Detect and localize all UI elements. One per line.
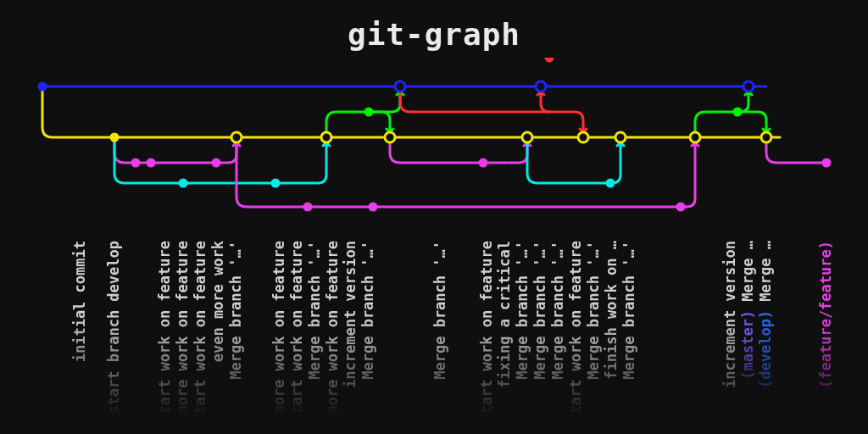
svg-point-8 — [131, 159, 141, 168]
svg-point-18 — [385, 132, 395, 142]
svg-point-17 — [369, 203, 378, 212]
svg-point-10 — [179, 179, 188, 188]
svg-point-30 — [743, 81, 754, 92]
svg-point-13 — [271, 179, 281, 188]
svg-point-24 — [578, 132, 588, 142]
svg-point-32 — [822, 159, 832, 168]
svg-point-16 — [364, 108, 374, 117]
svg-point-31 — [761, 132, 771, 142]
svg-point-11 — [212, 159, 221, 168]
git-graph-canvas — [0, 58, 868, 227]
svg-point-14 — [303, 203, 313, 212]
bottom-fade — [0, 315, 868, 434]
svg-point-20 — [479, 159, 488, 168]
svg-point-21 — [522, 132, 532, 142]
svg-point-28 — [690, 132, 700, 142]
svg-point-27 — [676, 203, 686, 212]
svg-point-15 — [321, 132, 331, 142]
svg-point-6 — [38, 82, 47, 92]
svg-point-19 — [395, 81, 405, 92]
svg-point-12 — [231, 132, 242, 142]
svg-point-23 — [545, 58, 554, 63]
svg-point-9 — [147, 159, 156, 168]
svg-point-22 — [536, 81, 546, 92]
svg-point-26 — [615, 132, 626, 142]
svg-point-25 — [606, 179, 615, 188]
page-title: git-graph — [0, 0, 868, 52]
svg-point-29 — [733, 108, 743, 117]
svg-point-7 — [110, 133, 120, 142]
